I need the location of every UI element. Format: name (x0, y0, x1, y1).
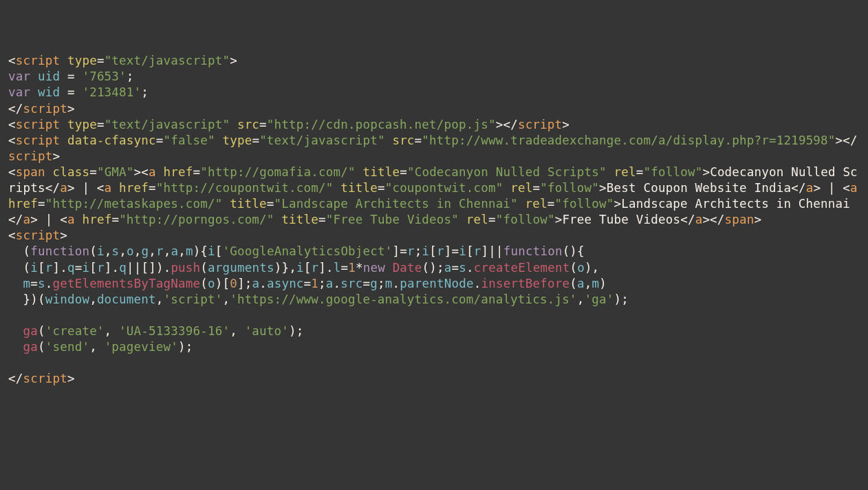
code-token: script (16, 134, 60, 147)
code-token: ); (614, 292, 628, 306)
code-token: , (222, 292, 230, 306)
code-token (503, 181, 510, 195)
code-token: a (105, 181, 112, 195)
code-token: new (363, 261, 385, 275)
code-token: ); (289, 324, 303, 338)
code-token: = (547, 197, 555, 211)
code-token: r (156, 244, 164, 258)
code-token: = (38, 197, 45, 211)
code-token: '7653' (82, 70, 126, 83)
code-token: >< (134, 165, 149, 179)
code-token: > (562, 118, 569, 131)
code-token: s (459, 261, 466, 275)
code-token: , (89, 340, 104, 354)
code-token: = (97, 54, 105, 67)
code-token: = (30, 277, 38, 290)
code-token: q (119, 261, 127, 275)
code-token: href (8, 197, 38, 211)
code-token: script (16, 118, 60, 131)
code-token (8, 277, 23, 290)
code-token: parentNode (400, 277, 473, 290)
code-token: a (23, 213, 30, 226)
code-token: </ (8, 372, 23, 385)
code-token: href (164, 165, 193, 179)
code-token (111, 181, 119, 195)
code-token: * (356, 261, 363, 275)
code-token (356, 165, 363, 179)
code-token: "text/javascript" (259, 134, 385, 147)
code-token: > | < (813, 181, 850, 195)
code-token: s (38, 277, 45, 290)
code-token: function (503, 244, 563, 258)
code-token: ]= (444, 244, 459, 258)
code-token: script (23, 372, 67, 385)
code-token: ></ (496, 118, 518, 131)
code-token: a (577, 277, 585, 290)
code-token: title (230, 197, 267, 211)
code-token (45, 165, 53, 179)
code-token: = (89, 165, 97, 179)
code-token: m (385, 277, 393, 290)
code-token: (){ (563, 244, 585, 258)
code-token: = (60, 85, 82, 99)
code-token: ga (23, 324, 37, 338)
code-token (333, 181, 340, 195)
code-token: ( (200, 277, 208, 290)
code-token: ; (415, 244, 422, 258)
code-token: "http://coupontwit.com/" (156, 181, 334, 195)
code-token: ></ (836, 134, 858, 147)
code-token: 'pageview' (105, 340, 178, 354)
code-token: title (340, 181, 378, 195)
code-token: getElementsByTagName (52, 277, 200, 290)
code-token: src (392, 134, 414, 147)
code-token: > (67, 372, 75, 385)
code-token: ]|| (481, 244, 503, 258)
code-token: ), (585, 261, 599, 275)
code-token: script (518, 118, 562, 131)
code-token: ( (569, 277, 577, 290)
code-token: > (755, 213, 762, 226)
code-token (156, 165, 164, 179)
code-token: "follow" (540, 181, 599, 195)
code-token: [ (429, 244, 437, 258)
code-token: "Landscape Architects in Chennai" (274, 197, 518, 211)
code-token: . (393, 277, 400, 290)
code-token: , (577, 292, 585, 306)
code-token: span (725, 213, 755, 226)
code-token: . (466, 261, 474, 275)
code-token: m (186, 244, 193, 258)
code-token: , (230, 324, 244, 338)
code-token: g (370, 277, 378, 290)
code-token: = (378, 181, 385, 195)
code-token (385, 261, 393, 275)
code-token: g (141, 244, 149, 258)
code-token: . (474, 277, 481, 290)
code-token: i (97, 244, 105, 258)
code-token: o (208, 277, 215, 290)
code-token: a (695, 213, 703, 226)
code-token: [ (466, 244, 474, 258)
code-token: )}, (274, 261, 296, 275)
code-token: rel (525, 197, 547, 211)
code-token: "follow" (555, 197, 614, 211)
code-token: a (806, 181, 814, 195)
code-token: ]. (52, 261, 67, 275)
code-token: = (259, 118, 267, 131)
code-token: < (8, 134, 16, 147)
code-token: "follow" (496, 213, 555, 226)
code-token: 1 (348, 261, 356, 275)
code-token: r (407, 244, 415, 258)
code-token (30, 70, 38, 83)
code-token (385, 134, 393, 147)
code-token: [ (89, 261, 97, 275)
code-token: a (252, 277, 259, 290)
code-token: ; (378, 277, 385, 290)
code-token (75, 213, 83, 226)
code-token (518, 197, 525, 211)
code-token: < (8, 118, 16, 131)
code-token (607, 165, 614, 179)
code-token: = (488, 213, 496, 226)
code-token: "GMA" (97, 165, 134, 179)
code-token: '213481' (82, 85, 141, 99)
code-token: ||[]). (127, 261, 171, 275)
